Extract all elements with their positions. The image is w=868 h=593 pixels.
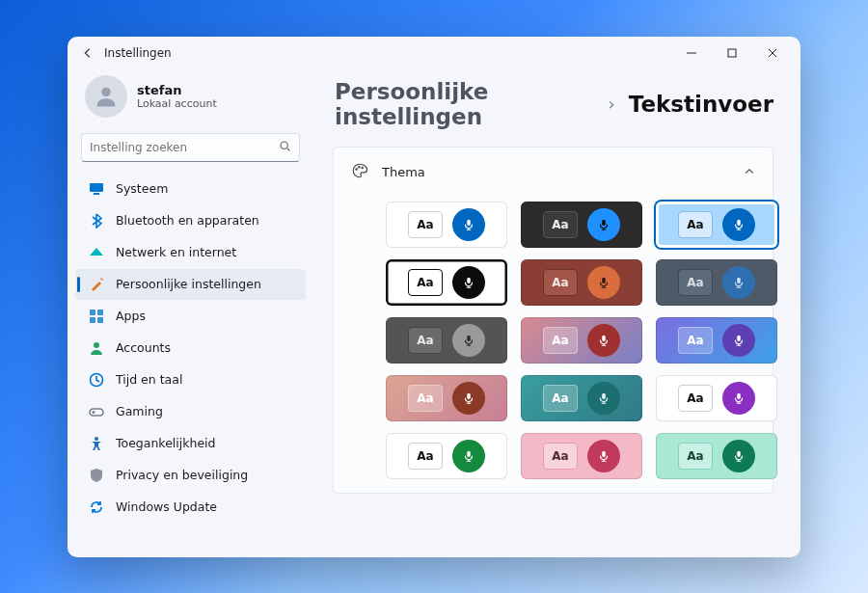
sidebar-item-label: Windows Update [116,499,217,514]
sidebar-item-privacy[interactable]: Privacy en beveiliging [75,460,306,491]
theme-option[interactable]: Aa [521,317,642,364]
theme-option[interactable]: Aa [386,317,507,364]
microphone-icon [722,440,755,472]
microphone-icon [587,208,620,241]
svg-point-9 [94,342,99,348]
theme-option[interactable]: Aa [656,259,777,306]
breadcrumb: Persoonlijke instellingen › Tekstinvoer [333,69,773,147]
microphone-icon [722,382,755,415]
avatar [85,75,127,118]
microphone-icon [587,324,620,357]
update-icon [89,499,104,515]
svg-rect-30 [737,450,741,456]
profile-block[interactable]: stefan Lokaal account [75,69,306,133]
svg-rect-29 [602,450,606,456]
svg-rect-20 [602,277,606,283]
theme-option[interactable]: Aa [656,202,777,248]
theme-option[interactable]: Aa [521,375,642,421]
bluetooth-icon [89,213,104,229]
back-button[interactable] [75,40,100,66]
theme-option[interactable]: Aa [656,317,777,364]
sidebar-item-label: Apps [116,309,146,323]
theme-option[interactable]: Aa [521,433,642,479]
theme-option[interactable]: Aa [386,202,507,248]
theme-sample-text: Aa [678,211,713,238]
paint-icon [89,277,104,292]
microphone-icon [452,324,485,357]
sidebar-item-label: Accounts [116,340,171,355]
theme-sample-text: Aa [678,327,713,354]
minimize-button[interactable] [671,39,712,67]
microphone-icon [587,440,620,472]
sidebar-item-label: Privacy en beveiliging [116,468,248,482]
svg-rect-17 [602,219,606,225]
svg-rect-28 [467,450,471,456]
sidebar-item-apps[interactable]: Apps [75,301,306,332]
microphone-icon [587,382,620,415]
maximize-button[interactable] [712,39,752,67]
svg-rect-5 [90,310,95,315]
svg-rect-25 [467,392,471,398]
sidebar-item-tijd[interactable]: Tijd en taal [75,364,306,395]
microphone-icon [587,266,620,299]
shield-icon [89,468,104,483]
sidebar-item-label: Toegankelijkheid [116,436,216,450]
theme-option[interactable]: Aa [521,259,642,306]
theme-option[interactable]: Aa [656,375,777,421]
theme-sample-text: Aa [408,327,443,354]
theme-option[interactable]: Aa [656,433,777,479]
sidebar-item-personal[interactable]: Persoonlijke instellingen [75,269,306,300]
panel-header[interactable]: Thema [334,148,773,198]
chevron-right-icon: › [609,94,615,114]
close-button[interactable] [752,39,793,67]
svg-rect-23 [602,335,606,340]
palette-icon [351,162,368,183]
main-content: Persoonlijke instellingen › Tekstinvoer … [313,69,800,557]
sidebar-item-toegang[interactable]: Toegankelijkheid [75,428,306,459]
sidebar-item-bluetooth[interactable]: Bluetooth en apparaten [75,205,306,236]
svg-point-12 [95,437,98,441]
person-icon [89,340,104,356]
sidebar-item-label: Systeem [116,181,168,196]
theme-option[interactable]: Aa [386,433,507,479]
access-icon [89,436,104,451]
theme-sample-text: Aa [408,385,443,412]
theme-sample-text: Aa [543,443,578,470]
sidebar-item-update[interactable]: Windows Update [75,492,306,523]
theme-grid: AaAaAaAaAaAaAaAaAaAaAaAaAaAaAa [334,198,773,493]
theme-sample-text: Aa [408,269,443,296]
svg-rect-27 [737,392,741,398]
svg-point-13 [356,168,358,170]
sidebar-item-netwerk[interactable]: Netwerk en internet [75,237,306,268]
sidebar-item-accounts[interactable]: Accounts [75,333,306,364]
search-input[interactable] [90,141,279,154]
svg-rect-8 [97,317,103,323]
theme-option[interactable]: Aa [386,259,507,306]
theme-option[interactable]: Aa [386,375,507,421]
sidebar-item-label: Netwerk en internet [116,245,236,259]
breadcrumb-current: Tekstinvoer [629,92,773,117]
search-box[interactable] [81,133,300,162]
sidebar-item-label: Gaming [116,404,163,418]
sidebar-item-systeem[interactable]: Systeem [75,174,306,204]
svg-rect-19 [467,277,471,283]
theme-sample-text: Aa [543,269,578,296]
sidebar: stefan Lokaal account SysteemBluetooth e… [68,69,313,557]
window-title: Instellingen [104,46,172,60]
clock-icon [89,372,104,388]
svg-rect-6 [97,310,103,315]
wifi-icon [89,245,104,260]
svg-rect-16 [467,219,471,225]
microphone-icon [452,382,485,415]
theme-sample-text: Aa [678,443,713,470]
titlebar: Instellingen [68,37,800,69]
svg-rect-7 [90,317,95,323]
breadcrumb-parent[interactable]: Persoonlijke instellingen [335,79,595,129]
microphone-icon [452,440,485,472]
theme-option[interactable]: Aa [521,202,642,248]
sidebar-item-gaming[interactable]: Gaming [75,396,306,427]
svg-point-14 [359,166,361,168]
microphone-icon [452,208,485,241]
theme-panel: Thema AaAaAaAaAaAaAaAaAaAaAaAaAaAaAa [333,147,773,494]
theme-sample-text: Aa [543,327,578,354]
